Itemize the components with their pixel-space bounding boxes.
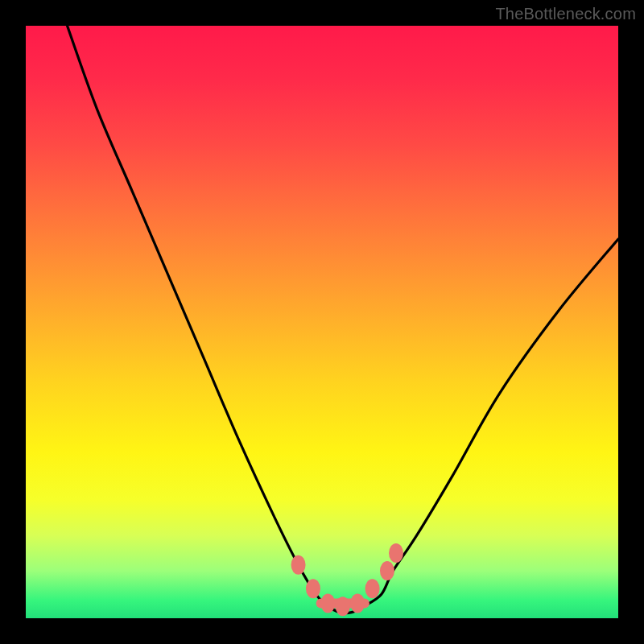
highlight-marker <box>291 555 306 575</box>
highlight-marker <box>365 579 380 598</box>
highlight-marker <box>320 594 335 613</box>
highlight-marker <box>350 594 365 613</box>
highlight-marker <box>336 597 350 616</box>
highlight-marker <box>389 543 403 563</box>
highlight-marker <box>380 561 394 580</box>
bottleneck-curve-svg <box>26 26 618 618</box>
bottleneck-curve-path <box>68 26 618 613</box>
highlight-marker <box>306 579 320 598</box>
attribution-text: TheBottleneck.com <box>495 5 636 23</box>
chart-area <box>26 26 618 618</box>
